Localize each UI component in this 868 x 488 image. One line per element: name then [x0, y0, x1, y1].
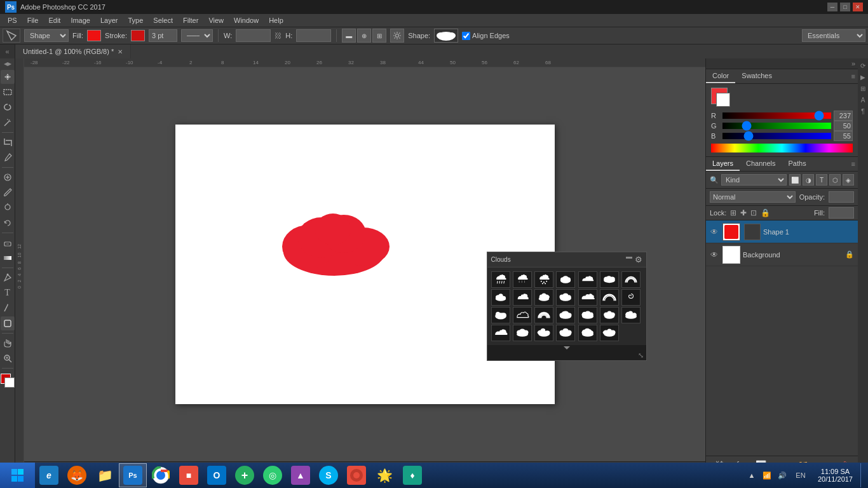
shape-picker-scroll-up[interactable]: [626, 257, 632, 263]
stroke-type-select[interactable]: ─────: [181, 29, 213, 42]
bg-color-swatch[interactable]: [716, 93, 730, 107]
taskbar-app5[interactable]: [342, 463, 370, 487]
shape-cell-rain1[interactable]: [491, 271, 510, 288]
show-desktop-btn[interactable]: [860, 463, 864, 487]
align-edges-label[interactable]: Align Edges: [462, 32, 510, 40]
color-panel-menu[interactable]: ≡: [851, 72, 855, 80]
eyedropper-tool[interactable]: [1, 151, 15, 165]
shape-cell-oval-cloud[interactable]: [491, 307, 510, 323]
text-tool[interactable]: T: [1, 286, 15, 300]
filter-type-icon[interactable]: T: [816, 174, 827, 186]
pen-tool[interactable]: [1, 271, 15, 285]
document-tab[interactable]: Untitled-1 @ 100% (RGB/8) * ✕: [15, 44, 131, 58]
layer-visibility-bg[interactable]: 👁: [709, 249, 720, 261]
lock-all-icon[interactable]: 🔒: [761, 208, 770, 217]
shape-cell-rainbow3[interactable]: [534, 307, 553, 323]
shape-cell-cloud14[interactable]: [491, 325, 510, 341]
magic-wand-tool[interactable]: [1, 116, 15, 130]
menu-window[interactable]: Window: [229, 15, 264, 25]
height-input[interactable]: [296, 29, 331, 42]
gear-options-btn[interactable]: [390, 29, 404, 43]
taskbar-app2[interactable]: +: [231, 463, 259, 487]
tool-icon[interactable]: [3, 29, 20, 43]
shape-cell-swirl[interactable]: [621, 289, 641, 306]
layers-panel-menu[interactable]: ≡: [851, 160, 855, 168]
layer-shape1[interactable]: 👁 Shape 1: [706, 220, 858, 243]
shape-picker-resize-handle[interactable]: ⤡: [487, 351, 646, 360]
layer-background[interactable]: 👁 Background 🔒: [706, 243, 858, 266]
menu-ps[interactable]: PS: [3, 15, 22, 25]
align-edges-checkbox[interactable]: [462, 32, 470, 40]
shape-picker-popup[interactable]: Clouds ⚙: [487, 252, 647, 361]
right-icon-5[interactable]: ¶: [858, 107, 867, 116]
fill-input[interactable]: 100%: [829, 207, 854, 219]
tab-paths[interactable]: Paths: [782, 157, 813, 171]
taskbar-app6[interactable]: 🌟: [370, 463, 398, 487]
right-icon-3[interactable]: ⊞: [858, 84, 867, 93]
taskbar-app3[interactable]: ◎: [259, 463, 287, 487]
sys-language[interactable]: EN: [791, 463, 810, 487]
healing-brush-tool[interactable]: [1, 170, 15, 184]
shape-cell-cloud10[interactable]: [556, 307, 575, 323]
shape-cell-cloud16[interactable]: [534, 325, 553, 341]
menu-image[interactable]: Image: [65, 15, 95, 25]
b-value[interactable]: 55: [834, 131, 853, 141]
menu-help[interactable]: Help: [264, 15, 288, 25]
eraser-tool[interactable]: [1, 236, 15, 250]
taskbar-ie[interactable]: e: [35, 463, 63, 487]
filter-shape-icon[interactable]: ⬡: [829, 174, 841, 186]
tab-channels[interactable]: Channels: [740, 157, 782, 171]
canvas-document[interactable]: Clouds ⚙: [175, 125, 555, 404]
arrange-btn[interactable]: ⊞: [372, 29, 386, 43]
right-icon-2[interactable]: ▶: [858, 72, 867, 81]
canvas-area[interactable]: -28 -22 -16 -10 -4 2 8 14 20 26 32 38 44…: [24, 58, 705, 474]
shape-tool[interactable]: [1, 316, 15, 330]
close-button[interactable]: ✕: [853, 3, 863, 11]
layer-visibility-shape1[interactable]: 👁: [709, 226, 720, 238]
shape-cell-rainbow2[interactable]: [600, 289, 619, 306]
taskbar-firefox[interactable]: 🦊: [63, 463, 91, 487]
tab-swatches[interactable]: Swatches: [735, 69, 778, 83]
r-slider[interactable]: [722, 112, 831, 119]
fill-color-swatch[interactable]: [87, 30, 101, 41]
menu-view[interactable]: View: [203, 15, 229, 25]
toolbar-collapse-btn[interactable]: ◀▶: [4, 61, 11, 67]
titlebar-controls[interactable]: ─ □ ✕: [827, 3, 863, 11]
path-select-tool[interactable]: [1, 301, 15, 315]
tab-layers[interactable]: Layers: [706, 157, 740, 171]
shape-cell-cloud19[interactable]: [600, 325, 619, 341]
shape-cell-snow[interactable]: [534, 271, 553, 288]
menu-select[interactable]: Select: [148, 15, 178, 25]
shape-cell-cloud4[interactable]: [491, 289, 510, 306]
taskbar-outlook[interactable]: O: [203, 463, 231, 487]
g-value[interactable]: 50: [834, 121, 853, 131]
shape-cell-cloud3[interactable]: [600, 271, 619, 288]
shape-picker-scroll-down[interactable]: [564, 346, 570, 349]
shape-cell-cloud6[interactable]: [534, 289, 553, 306]
collapse-right-btn[interactable]: »: [851, 60, 855, 67]
shape-cell-cloud5[interactable]: [513, 289, 532, 306]
shape-cell-cloud11[interactable]: [578, 307, 597, 323]
history-brush-tool[interactable]: [1, 216, 15, 230]
menu-file[interactable]: File: [22, 15, 44, 25]
clone-stamp-tool[interactable]: [1, 201, 15, 215]
stroke-color-swatch[interactable]: [131, 30, 145, 41]
system-clock[interactable]: 11:09 SA 20/11/2017: [813, 463, 858, 487]
crop-tool[interactable]: [1, 135, 15, 149]
filter-select[interactable]: Kind: [721, 174, 787, 186]
sys-network[interactable]: 📶: [761, 463, 773, 487]
background-color[interactable]: [4, 377, 15, 388]
zoom-tool[interactable]: [1, 351, 15, 365]
shape-cell-rainbow[interactable]: [621, 271, 641, 288]
shape-cell-cloud12[interactable]: [600, 307, 619, 323]
lasso-tool[interactable]: [1, 100, 15, 114]
menu-layer[interactable]: Layer: [95, 15, 123, 25]
rect-shape-btn[interactable]: ▬: [342, 29, 356, 43]
taskbar-chrome[interactable]: [147, 463, 175, 487]
taskbar-skype[interactable]: S: [315, 463, 342, 487]
lock-artboard-icon[interactable]: ⊡: [750, 208, 757, 217]
marquee-tool[interactable]: [1, 85, 15, 99]
shape-cell-cloud18[interactable]: [578, 325, 597, 341]
shape-cell-cloud8[interactable]: [578, 289, 597, 306]
move-tool[interactable]: [1, 70, 15, 84]
